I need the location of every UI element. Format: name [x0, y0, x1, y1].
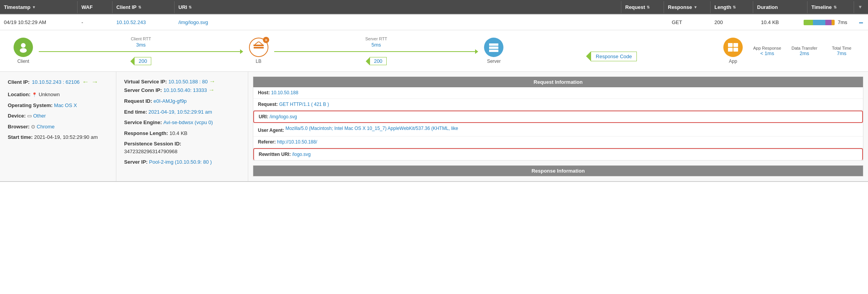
- referer-value: http://10.10.50.188/: [277, 139, 317, 145]
- server-label: Server: [487, 59, 501, 64]
- lb-icon-svg: [253, 42, 265, 53]
- col-header-response[interactable]: Response ▼: [664, 1, 711, 13]
- arrow-right-icon: →: [91, 78, 98, 86]
- response-length-label: Response Length:: [124, 130, 169, 136]
- col-header-length[interactable]: Length ⇅: [711, 1, 753, 13]
- response-code-badge-2: 200: [370, 57, 387, 65]
- tl-client-node: Client: [8, 38, 39, 64]
- uri-value[interactable]: /img/logo.svg: [178, 19, 208, 25]
- svg-line-4: [255, 42, 259, 45]
- client-ip-label: Client IP: [116, 4, 137, 10]
- request-info-panel: Request Information Host: 10.10.50.188 R…: [253, 76, 863, 161]
- browser-icon: ⊙: [31, 124, 37, 130]
- server-conn-value: 10.10.50.40: 13333: [164, 87, 207, 93]
- col-header-timestamp[interactable]: Timestamp ▼: [0, 1, 78, 13]
- tl-response-code-section: Response Code: [509, 41, 714, 61]
- app-response-value: < 1ms: [760, 50, 774, 56]
- table-row: 04/19 10:52:29 AM - 10.10.52.243 /img/lo…: [0, 15, 868, 30]
- client-ip-value[interactable]: 10.10.52.243: [116, 19, 146, 25]
- timeline-label: Timeline: [811, 4, 832, 10]
- vs-ip-row: Virtual Service IP: 10.10.50.188 : 80 →: [124, 78, 240, 85]
- timeline-bar: [804, 20, 835, 25]
- waf-label: WAF: [81, 4, 93, 10]
- request-field-value: GET HTTP/1.1 ( 421 B ): [279, 102, 329, 107]
- tl-data-transfer-metric: Data Transfer 2ms: [789, 46, 820, 56]
- request-info-header: Request Information: [253, 77, 863, 87]
- server-conn-label: Server Conn IP:: [124, 87, 162, 93]
- svg-rect-10: [728, 43, 733, 47]
- vs-arrow-right: →: [209, 78, 216, 85]
- request-id-label: Request ID:: [124, 98, 154, 104]
- response-code-2-container: 200: [366, 57, 387, 65]
- end-time-label: End time:: [124, 109, 149, 115]
- service-engine-label: Service Engine:: [124, 119, 163, 125]
- persistence-label: Persistence Session ID:: [124, 141, 181, 147]
- browser-line: Browser: ⊙ Chrome: [8, 123, 108, 131]
- request-id-value: e0I-AMJg-gf9p: [154, 98, 187, 104]
- response-info-header: Response Information: [253, 166, 863, 176]
- sort-icon-length: ⇅: [733, 5, 736, 9]
- svg-rect-11: [733, 43, 738, 47]
- vs-ip-label: Virtual Service IP:: [124, 79, 167, 85]
- host-row: Host: 10.10.50.188: [253, 87, 863, 99]
- cell-expand[interactable]: –: [854, 15, 868, 30]
- connector-line-2: [274, 51, 475, 52]
- server-ip-value: Pool-2-img (10.10.50.9: 80 ): [149, 159, 212, 165]
- user-agent-row: User Agent: Mozilla/5.0 (Macintosh; Inte…: [253, 123, 863, 137]
- svg-point-1: [20, 48, 27, 53]
- service-engine-value: Avi-se-bdwsx (vcpu 0): [163, 119, 213, 125]
- table-header: Timestamp ▼ WAF Client IP ⇅ URI ⇅ Reques…: [0, 0, 868, 15]
- col-header-client-ip[interactable]: Client IP ⇅: [112, 1, 175, 13]
- col-header-request[interactable]: Request ⇅: [621, 1, 664, 13]
- browser-value: Chrome: [37, 124, 55, 130]
- cell-request: GET: [668, 16, 711, 28]
- total-time-label: Total Time: [832, 46, 851, 50]
- client-ip-field-value: 10.10.52.243 : 62106: [32, 79, 80, 85]
- bar-segment-green: [804, 20, 813, 25]
- response-code-badge-1: 200: [134, 57, 151, 65]
- chevron-response-code: [586, 52, 591, 61]
- arrow-right-2: [475, 49, 478, 54]
- collapse-button[interactable]: –: [856, 18, 866, 27]
- start-time-line: Start time: 2021-04-19, 10:52:29:90 am: [8, 133, 108, 141]
- uri-label: URI: [178, 4, 187, 10]
- chevron-left-1: [130, 57, 134, 65]
- server-conn-row: Server Conn IP: 10.10.50.40: 13333 →: [124, 86, 240, 93]
- location-value: Unknown: [39, 92, 60, 97]
- app-response-label: App Response: [753, 46, 781, 50]
- data-transfer-label: Data Transfer: [792, 46, 818, 50]
- person-icon: [18, 42, 29, 53]
- col-header-uri[interactable]: URI ⇅: [175, 1, 621, 13]
- request-row: Request: GET HTTP/1.1 ( 421 B ): [253, 99, 863, 111]
- total-time-value: 7ms: [837, 50, 847, 56]
- cell-waf: -: [78, 16, 112, 28]
- os-value: Mac OS X: [54, 102, 77, 108]
- svg-rect-9: [489, 50, 498, 52]
- cell-timestamp: 04/19 10:52:29 AM: [0, 16, 78, 28]
- tl-app-response-metric: App Response < 1ms: [752, 46, 783, 56]
- tl-server-rtt-connector: Server RTT 5ms 200: [274, 36, 479, 65]
- col-header-timeline[interactable]: Timeline ⇅: [807, 1, 854, 13]
- server-icon: [484, 38, 503, 57]
- response-code-1-container: 200: [130, 57, 151, 65]
- col-header-waf[interactable]: WAF: [78, 1, 112, 13]
- length-label: Length: [714, 4, 731, 10]
- lb-indicator: ✕: [263, 37, 269, 43]
- location-pin-icon: 📍: [32, 92, 37, 97]
- location-label: Location:: [8, 92, 32, 97]
- cell-client-ip: 10.10.52.243: [112, 16, 175, 28]
- sort-icon-response: ▼: [693, 5, 697, 9]
- vs-ip-value: 10.10.50.188 : 80: [168, 79, 207, 85]
- request-label: Request: [625, 4, 645, 10]
- uri-field-label: URI:: [259, 114, 270, 119]
- response-length-value: 10.4 KB: [169, 130, 187, 136]
- cell-uri: /img/logo.svg: [175, 16, 668, 28]
- cell-duration: 7ms: [800, 16, 854, 28]
- server-conn-arrow: →: [209, 86, 215, 93]
- detail-right-column: Request Information Host: 10.10.50.188 R…: [248, 72, 868, 181]
- host-field-value: 10.10.50.188: [271, 90, 298, 95]
- tl-server-node: Server: [478, 38, 509, 64]
- detail-panel: Client Client RTT 3ms 200: [0, 30, 868, 182]
- response-length-line: Response Length: 10.4 KB: [124, 130, 240, 137]
- svg-rect-8: [489, 47, 498, 49]
